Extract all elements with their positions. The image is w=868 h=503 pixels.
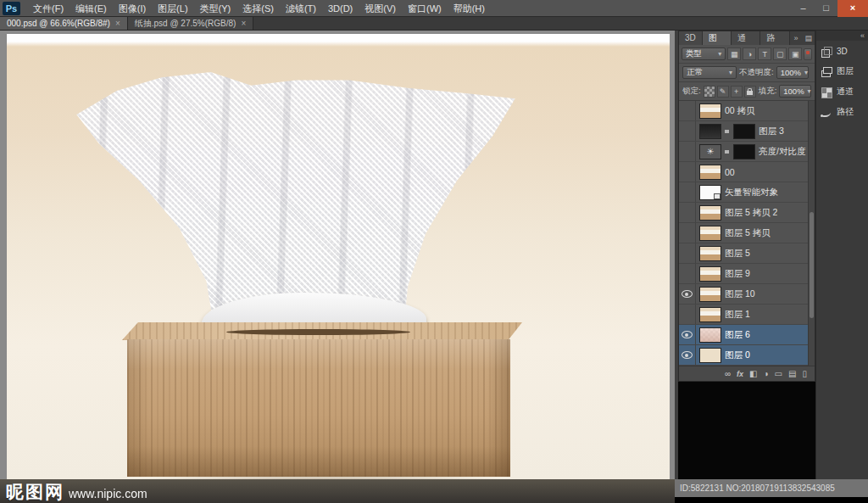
layer-thumbnail[interactable] bbox=[699, 185, 721, 200]
layer-thumbnail[interactable] bbox=[699, 266, 721, 282]
panel-tab-通道[interactable]: 通道 bbox=[732, 31, 760, 45]
type-filter-icon[interactable]: T bbox=[758, 48, 771, 60]
layer-row[interactable]: 图层 6 bbox=[679, 325, 815, 345]
dock-item-通道[interactable]: 通道 bbox=[816, 81, 868, 102]
visibility-toggle[interactable] bbox=[679, 223, 696, 243]
visibility-toggle[interactable] bbox=[679, 101, 696, 120]
tab-close-icon[interactable]: × bbox=[241, 20, 246, 28]
menu-item[interactable]: 文件(F) bbox=[27, 0, 70, 17]
collapse-panels-icon[interactable]: » bbox=[790, 31, 803, 45]
layer-name: 图层 10 bbox=[725, 288, 755, 300]
layer-thumbnail[interactable] bbox=[699, 165, 721, 180]
layer-row[interactable]: 图层 1 bbox=[679, 305, 815, 325]
menu-item[interactable]: 图层(L) bbox=[152, 0, 193, 17]
layer-thumbnail[interactable] bbox=[699, 307, 721, 322]
shape-filter-icon[interactable]: ▢ bbox=[773, 48, 787, 60]
layer-thumbnail[interactable] bbox=[699, 287, 721, 302]
paths-icon bbox=[821, 107, 832, 118]
menu-item[interactable]: 窗口(W) bbox=[402, 0, 448, 17]
visibility-toggle[interactable] bbox=[679, 142, 696, 161]
layer-row[interactable]: 图层 5 拷贝 bbox=[679, 223, 815, 243]
smart-object-filter-icon[interactable]: ▣ bbox=[788, 48, 802, 60]
position-lock-icon[interactable]: + bbox=[731, 86, 743, 98]
document-tabs: 000.psd @ 66.6%(RGB/8#)×纸抽.psd @ 27.5%(R… bbox=[0, 17, 253, 30]
visibility-toggle[interactable] bbox=[679, 162, 696, 182]
layer-name: 00 bbox=[725, 167, 735, 177]
close-button[interactable]: × bbox=[837, 0, 868, 17]
filter-kind-select[interactable]: 类型 bbox=[682, 48, 726, 60]
visibility-toggle[interactable] bbox=[679, 305, 696, 324]
layers-scrollbar[interactable] bbox=[808, 101, 815, 366]
layer-row[interactable]: 图层 5 拷贝 2 bbox=[679, 203, 815, 223]
menu-item[interactable]: 滤镜(T) bbox=[280, 0, 322, 17]
menu-item[interactable]: 选择(S) bbox=[236, 0, 280, 17]
visibility-toggle[interactable] bbox=[679, 182, 696, 202]
transparency-lock-icon[interactable] bbox=[704, 86, 715, 98]
layer-row[interactable]: 图层 3 bbox=[679, 121, 815, 142]
opacity-input[interactable]: 100% bbox=[776, 66, 809, 79]
visibility-toggle[interactable] bbox=[679, 264, 696, 283]
layer-row[interactable]: 矢量智能对象 bbox=[679, 182, 815, 203]
layer-style-icon[interactable]: fx bbox=[737, 370, 743, 378]
menu-item[interactable]: 编辑(E) bbox=[70, 0, 113, 17]
adjustment-layer-icon[interactable]: ◑ bbox=[764, 370, 769, 378]
layer-row[interactable]: 图层 10 bbox=[679, 284, 815, 305]
layer-name: 00 拷贝 bbox=[725, 105, 755, 117]
pixel-filter-icon[interactable]: ▦ bbox=[727, 48, 741, 60]
document-tab[interactable]: 000.psd @ 66.6%(RGB/8#)× bbox=[0, 17, 128, 30]
document-canvas[interactable] bbox=[7, 34, 670, 479]
panel-tab-3D[interactable]: 3D bbox=[679, 31, 703, 45]
maximize-button[interactable]: □ bbox=[815, 0, 837, 17]
layer-thumbnail[interactable] bbox=[699, 103, 721, 119]
layer-thumbnail[interactable] bbox=[699, 226, 721, 241]
layer-thumbnail[interactable] bbox=[699, 246, 721, 261]
minimize-button[interactable]: – bbox=[792, 0, 815, 17]
dock-item-3D[interactable]: 3D bbox=[816, 41, 868, 61]
new-layer-icon[interactable]: ▤ bbox=[788, 370, 796, 378]
dock-item-路径[interactable]: 路径 bbox=[816, 102, 868, 122]
layer-row[interactable]: ☀亮度/对比度 1 bbox=[679, 142, 815, 162]
delete-layer-icon[interactable]: ▯ bbox=[802, 370, 807, 378]
tab-close-icon[interactable]: × bbox=[115, 20, 120, 28]
new-group-icon[interactable]: ▭ bbox=[775, 370, 782, 378]
layer-thumbnail[interactable] bbox=[699, 124, 721, 139]
layer-thumbnail[interactable] bbox=[699, 205, 721, 221]
layer-row[interactable]: 图层 9 bbox=[679, 264, 815, 284]
visibility-toggle[interactable] bbox=[679, 284, 696, 304]
fill-input[interactable]: 100% bbox=[779, 85, 811, 98]
document-tab[interactable]: 纸抽.psd @ 27.5%(RGB/8)× bbox=[128, 17, 253, 30]
menu-item[interactable]: 3D(D) bbox=[322, 0, 359, 17]
layer-thumbnail[interactable] bbox=[699, 348, 721, 363]
link-layers-icon[interactable]: ∞ bbox=[725, 370, 731, 378]
layer-row[interactable]: 图层 0 bbox=[679, 345, 815, 366]
panel-menu-icon[interactable]: ▤ bbox=[802, 31, 815, 45]
pixels-lock-icon[interactable]: ✎ bbox=[717, 86, 729, 98]
layer-row[interactable]: 图层 5 bbox=[679, 243, 815, 264]
menu-item[interactable]: 视图(V) bbox=[359, 0, 402, 17]
layer-thumbnail[interactable] bbox=[699, 327, 721, 343]
layer-thumbnail[interactable]: ☀ bbox=[699, 144, 721, 159]
menu-item[interactable]: 帮助(H) bbox=[448, 0, 491, 17]
adjustment-filter-icon[interactable]: ◑ bbox=[743, 48, 756, 60]
layer-row[interactable]: 00 bbox=[679, 162, 815, 182]
visibility-toggle[interactable] bbox=[679, 203, 696, 222]
all-lock-icon[interactable] bbox=[744, 86, 756, 98]
filter-toggle[interactable] bbox=[804, 48, 812, 60]
visibility-toggle[interactable] bbox=[679, 325, 696, 344]
visibility-toggle[interactable] bbox=[679, 243, 696, 263]
dock-item-图层[interactable]: 图层 bbox=[816, 61, 868, 81]
layer-mask-thumbnail[interactable] bbox=[733, 124, 755, 139]
visibility-toggle[interactable] bbox=[679, 121, 696, 141]
visibility-toggle[interactable] bbox=[679, 345, 696, 365]
collapse-dock-icon[interactable]: « bbox=[860, 31, 865, 40]
panel-tab-图层[interactable]: 图层 bbox=[703, 31, 732, 45]
panel-tab-路径[interactable]: 路径 bbox=[760, 31, 789, 45]
scrollbar-thumb[interactable] bbox=[810, 212, 814, 318]
menu-item[interactable]: 图像(I) bbox=[113, 0, 152, 17]
menu-item[interactable]: 类型(Y) bbox=[194, 0, 237, 17]
layer-row[interactable]: 00 拷贝 bbox=[679, 101, 815, 121]
add-mask-icon[interactable]: ◧ bbox=[749, 370, 757, 378]
layer-mask-thumbnail[interactable] bbox=[733, 144, 755, 159]
photoshop-logo-icon: Ps bbox=[3, 2, 20, 15]
blend-mode-select[interactable]: 正常 bbox=[682, 66, 737, 79]
